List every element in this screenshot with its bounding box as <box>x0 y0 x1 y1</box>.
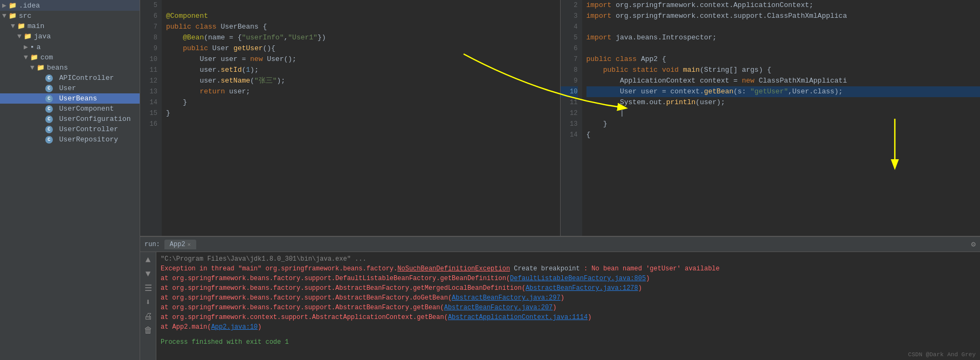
code-line: System.out.println(user); <box>586 97 981 108</box>
code-line: public class App2 { <box>586 54 981 65</box>
run-toolbar: ▲ ▼ ☰ ⬇ 🖨 🗑 <box>140 252 156 360</box>
sidebar-item-label: UserConfiguration <box>59 115 131 123</box>
sidebar-item-usercomponent[interactable]: C UserComponent <box>0 104 140 114</box>
code-line: return user; <box>166 86 560 97</box>
output-line-exception: Exception in thread "main" org.springfra… <box>161 264 976 274</box>
left-code-content[interactable]: @Component public class UserBeans { @Bea… <box>162 0 560 236</box>
sidebar-item-label: UserComponent <box>59 105 114 113</box>
sidebar-item-label: beans <box>47 64 68 72</box>
folder-icon: 📁 <box>30 53 38 62</box>
align-left-button[interactable]: ☰ <box>142 282 154 294</box>
arrow-icon: ▼ <box>30 64 37 72</box>
run-tab[interactable]: App2 ✕ <box>164 240 196 249</box>
sidebar-item-idea[interactable]: ▶ 📁 .idea <box>0 0 140 11</box>
stack-link-2[interactable]: AbstractBeanFactory.java:1278 <box>526 284 638 292</box>
folder-icon: 📁 <box>9 12 17 20</box>
stack-link-3[interactable]: AbstractBeanFactory.java:297 <box>452 294 561 302</box>
stack-link-5[interactable]: AbstractApplicationContext.java:1114 <box>448 314 588 321</box>
stack-link-1[interactable]: DefaultListableBeanFactory.java:805 <box>510 275 646 282</box>
folder-icon: 📁 <box>9 2 17 10</box>
close-tab-button[interactable]: ✕ <box>188 241 191 248</box>
main-layout: ▶ 📁 .idea ▼ 📁 src ▼ 📁 main ▼ 📁 java ▶ ▪ … <box>0 0 980 360</box>
download-button[interactable]: ⬇ <box>142 296 154 308</box>
keyword: new <box>250 55 263 63</box>
run-tab-label: App2 <box>170 241 185 248</box>
string-literal: "张三" <box>254 77 277 85</box>
sidebar-item-apicontroller[interactable]: C APIController <box>0 73 140 83</box>
output-stack-3: at org.springframework.beans.factory.sup… <box>161 293 976 303</box>
right-code-panel: 2 3 4 5 6 7 8 9 10 11 12 13 14 <box>561 0 981 236</box>
stack-link-4[interactable]: AbstractBeanFactory.java:207 <box>444 304 553 311</box>
folder-icon: 📁 <box>24 32 32 40</box>
java-class-icon: C <box>45 136 53 144</box>
code-line: { <box>586 130 981 140</box>
exception-class[interactable]: NoSuchBeanDefinitionException <box>397 265 510 273</box>
exception-text: Exception in thread "main" org.springfra… <box>161 265 397 273</box>
keyword: public class <box>166 23 217 31</box>
keyword: public <box>183 44 208 52</box>
keyword: import <box>586 33 612 42</box>
code-line <box>586 43 981 54</box>
java-class-icon: C <box>45 85 53 92</box>
method-call: getUser <box>233 44 263 52</box>
sidebar-item-userrepository[interactable]: C UserRepository <box>0 134 140 145</box>
keyword: import <box>586 12 612 20</box>
sidebar-item-beans[interactable]: ▼ 📁 beans <box>0 63 140 73</box>
code-line: import java.beans.Introspector; <box>586 32 981 43</box>
code-line: } <box>166 97 560 108</box>
run-tab-bar: run: App2 ✕ ⚙ <box>140 237 980 252</box>
sidebar-item-main[interactable]: ▼ 📁 main <box>0 21 140 31</box>
keyword: import <box>586 1 612 9</box>
code-line: @Bean(name = {"userInfo","User1"}) <box>166 32 560 43</box>
no-bean-msg: : No bean named 'getUser' available <box>584 265 720 273</box>
code-line <box>166 119 560 130</box>
string-literal: "userInfo" <box>241 33 284 42</box>
sidebar-item-label: APIController <box>59 74 114 82</box>
code-line: | <box>586 108 981 119</box>
print-button[interactable]: 🖨 <box>142 310 154 322</box>
code-line: user.setName("张三"); <box>166 76 560 86</box>
settings-button[interactable]: ⚙ <box>971 240 976 249</box>
sidebar-item-usercontroller[interactable]: C UserController <box>0 124 140 134</box>
run-label: run: <box>144 241 160 248</box>
string-literal: "getUser" <box>750 87 788 96</box>
folder-icon: 📁 <box>37 64 45 72</box>
delete-button[interactable]: 🗑 <box>142 324 154 336</box>
method-call: setName <box>220 77 250 85</box>
method-call: println <box>666 98 696 106</box>
java-class-icon: C <box>45 74 53 82</box>
code-line: import org.springframework.context.Appli… <box>586 0 981 11</box>
keyword: return <box>199 87 225 96</box>
sidebar-item-user[interactable]: C User <box>0 83 140 93</box>
code-line <box>166 0 560 11</box>
arrow-icon: ▼ <box>2 12 9 20</box>
sidebar-item-label: java <box>34 32 51 40</box>
folder-icon: ▪ <box>30 43 34 51</box>
arrow-icon: ▼ <box>24 53 30 62</box>
output-stack-5: at org.springframework.context.support.A… <box>161 313 976 322</box>
sidebar-item-com[interactable]: ▼ 📁 com <box>0 52 140 63</box>
java-class-icon: C <box>45 95 53 103</box>
scroll-up-button[interactable]: ▲ <box>142 254 154 266</box>
create-breakpoint-text[interactable]: Create breakpoint <box>510 265 584 273</box>
scroll-down-button[interactable]: ▼ <box>142 268 154 280</box>
stack-link-6[interactable]: App2.java:10 <box>211 323 258 331</box>
sidebar-item-userbeans[interactable]: C UserBeans <box>0 93 140 104</box>
annotation: @Component <box>166 12 208 20</box>
bottom-panel: run: App2 ✕ ⚙ ▲ ▼ ☰ ⬇ 🖨 🗑 "C <box>140 236 980 360</box>
sidebar-item-src[interactable]: ▼ 📁 src <box>0 11 140 21</box>
run-content: ▲ ▼ ☰ ⬇ 🖨 🗑 "C:\Program Files\Java\jdk1.… <box>140 252 980 360</box>
code-line: } <box>166 108 560 119</box>
sidebar-item-a[interactable]: ▶ ▪ a <box>0 42 140 52</box>
output-line-1: "C:\Program Files\Java\jdk1.8.0_301\bin\… <box>161 254 976 264</box>
right-code-content[interactable]: import org.springframework.context.Appli… <box>582 0 981 236</box>
output-stack-6: at App2.main(App2.java:10) <box>161 322 976 332</box>
output-stack-2: at org.springframework.beans.factory.sup… <box>161 283 976 293</box>
sidebar-item-userconfiguration[interactable]: C UserConfiguration <box>0 114 140 124</box>
arrow-icon: ▼ <box>17 32 24 40</box>
output-stack-1: at org.springframework.beans.factory.sup… <box>161 274 976 283</box>
sidebar-item-java[interactable]: ▼ 📁 java <box>0 31 140 42</box>
run-output: "C:\Program Files\Java\jdk1.8.0_301\bin\… <box>156 252 980 360</box>
line-numbers-left: 5 6 7 8 9 10 11 12 13 14 15 16 <box>140 0 162 236</box>
left-code-panel: 5 6 7 8 9 10 11 12 13 14 15 16 <box>140 0 561 236</box>
